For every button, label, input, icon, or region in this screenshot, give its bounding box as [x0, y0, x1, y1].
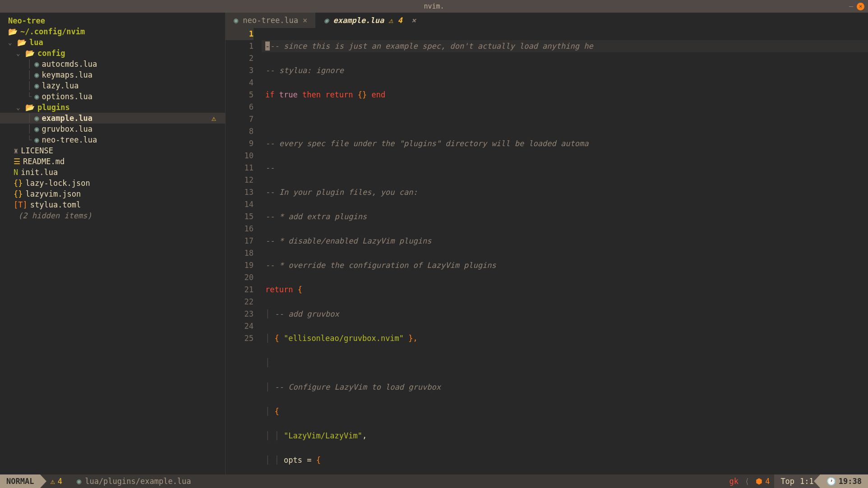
chevron-down-icon: ⌄ [16, 104, 23, 111]
tree-file[interactable]: └ ◉ neo-tree.lua [0, 134, 225, 145]
cursor-position: Top1:1 [774, 474, 820, 488]
tree-file[interactable]: {} lazyvim.json [0, 189, 225, 199]
lua-icon: ◉ [34, 70, 39, 79]
tree-file[interactable]: │ ◉ keymaps.lua [0, 69, 225, 80]
tree-file[interactable]: └ ◉ options.lua [0, 91, 225, 102]
lua-icon: ◉ [34, 81, 39, 90]
close-button[interactable]: × [857, 3, 864, 10]
tree-file[interactable]: │ ◉ gruvbox.lua [0, 124, 225, 134]
lua-icon: ◉ [34, 135, 39, 144]
warning-icon: ⚠ [212, 114, 216, 123]
code-editor[interactable]: 1 123 456 789 101112 131415 161718 19202… [226, 28, 868, 474]
folder-open-icon: 📂 [17, 38, 27, 47]
json-icon: {} [14, 179, 23, 188]
lua-icon: ◉ [77, 477, 81, 486]
chevron-down-icon: ⌄ [8, 39, 14, 46]
lazy-updates[interactable]: ⬢4 [751, 477, 774, 486]
file-tree-sidebar[interactable]: Neo-tree 📂 ~/.config/nvim ⌄ 📂 lua ⌄ 📂 co… [0, 13, 226, 474]
lua-icon: ◉ [34, 92, 39, 101]
editor-pane: ◉ neo-tree.lua × ◉ example.lua ⚠ 4 × 1 1… [226, 13, 868, 474]
close-icon[interactable]: × [411, 16, 416, 25]
clock-icon: 🕐 [826, 477, 836, 486]
tab-example-active[interactable]: ◉ example.lua ⚠ 4 × [316, 13, 425, 28]
json-icon: {} [14, 189, 23, 198]
git-branch[interactable]: gk [725, 477, 743, 486]
line-number-gutter: 1 123 456 789 101112 131415 161718 19202… [226, 28, 262, 474]
status-line: NORMAL ⚠4 ◉ lua/plugins/example.lua gk ⟨… [0, 474, 868, 488]
toml-icon: [T] [14, 200, 28, 209]
separator-icon: ⟨ [743, 477, 751, 486]
license-icon: ♜ [14, 146, 18, 155]
tree-file[interactable]: ☰ README.md [0, 156, 225, 167]
tree-file[interactable]: N init.lua [0, 167, 225, 178]
tab-bar: ◉ neo-tree.lua × ◉ example.lua ⚠ 4 × [226, 13, 868, 28]
lua-icon: ◉ [234, 16, 238, 25]
diagnostics-warning[interactable]: ⚠4 [40, 474, 67, 488]
tree-folder-lua[interactable]: ⌄ 📂 lua [0, 37, 225, 48]
neovim-icon: N [14, 168, 18, 177]
tree-folder-plugins[interactable]: ⌄ 📂 plugins [0, 102, 225, 113]
clock: 🕐19:38 [820, 474, 868, 488]
readme-icon: ☰ [14, 157, 20, 166]
folder-open-icon: 📂 [25, 49, 35, 58]
tree-root[interactable]: 📂 ~/.config/nvim [0, 26, 225, 37]
window-title: nvim. [424, 2, 444, 10]
lua-icon: ◉ [34, 114, 39, 123]
folder-open-icon: 📂 [25, 103, 35, 112]
tree-file[interactable]: {} lazy-lock.json [0, 178, 225, 189]
minimize-button[interactable]: — [849, 2, 853, 10]
sidebar-title: Neo-tree [0, 15, 225, 26]
lua-icon: ◉ [324, 16, 328, 25]
package-icon: ⬢ [756, 477, 762, 486]
tree-file[interactable]: │ ◉ lazy.lua [0, 80, 225, 91]
close-icon[interactable]: × [303, 16, 307, 25]
file-path: ◉ lua/plugins/example.lua [67, 477, 196, 486]
code-content[interactable]: --- since this is just an example spec, … [262, 28, 868, 474]
warning-icon: ⚠ [50, 477, 55, 486]
titlebar: nvim. — × [0, 0, 868, 13]
tree-folder-config[interactable]: ⌄ 📂 config [0, 48, 225, 59]
mode-indicator: NORMAL [0, 474, 40, 488]
tab-neo-tree[interactable]: ◉ neo-tree.lua × [226, 13, 316, 28]
warning-icon: ⚠ [388, 16, 393, 25]
folder-open-icon: 📂 [8, 27, 18, 36]
hidden-items-label: (2 hidden items) [0, 210, 225, 221]
tree-file-selected[interactable]: │ ◉ example.lua ⚠ [0, 113, 225, 124]
tree-file[interactable]: [T] stylua.toml [0, 199, 225, 210]
chevron-down-icon: ⌄ [16, 50, 23, 57]
lua-icon: ◉ [34, 60, 39, 69]
tree-file[interactable]: │ ◉ autocmds.lua [0, 59, 225, 69]
lua-icon: ◉ [34, 124, 39, 134]
tree-file[interactable]: ♜ LICENSE [0, 145, 225, 156]
